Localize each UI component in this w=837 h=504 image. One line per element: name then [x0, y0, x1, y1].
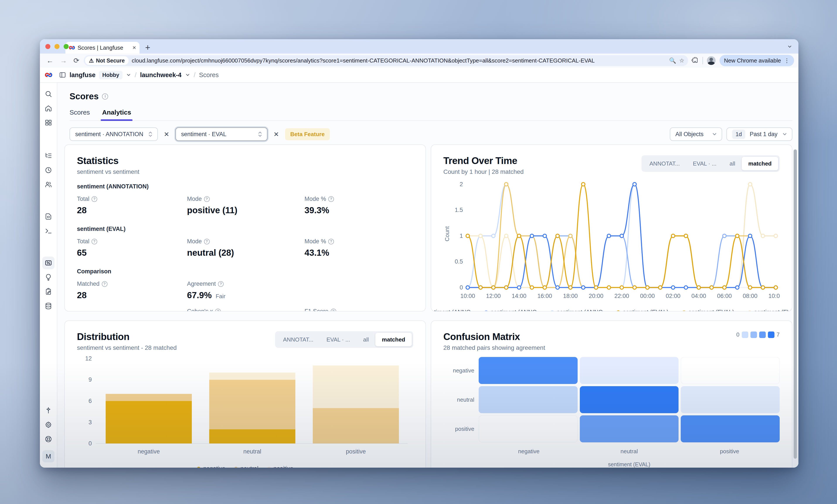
sidebar-item-users[interactable] [42, 178, 54, 191]
chrome-menu-icon[interactable]: ⋮ [784, 57, 790, 64]
confusion-cell-positive-neutral[interactable] [580, 415, 679, 442]
legend-item[interactable]: neutral [234, 465, 259, 468]
legend-item[interactable]: sentiment (ANNO... [550, 309, 608, 312]
legend-item[interactable]: sentiment (EVAL)... [748, 309, 792, 312]
x-tick-label: 22:00 [615, 293, 629, 299]
object-type-select[interactable]: All Objects [670, 127, 722, 141]
zoom-window-button[interactable] [64, 44, 69, 49]
legend-item[interactable]: sentiment (EVAL)... [617, 309, 673, 312]
help-icon[interactable] [204, 239, 210, 244]
score1-remove-button[interactable]: ✕ [163, 130, 171, 138]
plan-badge[interactable]: Hobby [99, 71, 123, 79]
sidebar-item-dashboards[interactable] [42, 116, 54, 129]
help-icon[interactable] [92, 196, 97, 202]
sidebar-item-support[interactable] [42, 433, 54, 445]
sidebar-item-search[interactable] [42, 88, 54, 100]
toggle-all[interactable]: all [357, 333, 375, 346]
score1-select[interactable]: sentiment · ANNOTATION [70, 127, 158, 141]
not-secure-chip[interactable]: ⚠ Not Secure [85, 56, 129, 65]
user-avatar[interactable]: M [42, 450, 54, 462]
sidebar-item-prompts[interactable] [42, 210, 54, 223]
sidebar-item-evaluation[interactable] [42, 271, 54, 284]
tab-title: Scores | Langfuse [77, 44, 130, 51]
address-bar[interactable]: ⚠ Not Secure cloud.langfuse.com/project/… [84, 55, 688, 66]
main-content: Scores Scores Analytics sentiment · ANNO… [57, 83, 798, 468]
legend-item[interactable]: negative [197, 465, 225, 468]
data-point [504, 183, 508, 186]
bookmark-star-icon[interactable]: ☆ [679, 57, 684, 64]
data-point [710, 286, 713, 289]
confusion-cell-negative-negative[interactable] [479, 357, 577, 384]
help-icon[interactable] [92, 239, 97, 244]
sidebar-item-tracing[interactable] [42, 149, 54, 162]
sidebar-item-whats-new[interactable] [42, 404, 54, 417]
tab-analytics[interactable]: Analytics [102, 109, 131, 120]
sidebar-item-home[interactable] [42, 102, 54, 115]
browser-tab[interactable]: Scores | Langfuse × [66, 42, 140, 54]
new-tab-button[interactable]: + [145, 43, 150, 52]
sidebar-toggle-icon[interactable] [59, 71, 66, 78]
forward-icon[interactable]: → [58, 57, 69, 64]
toggle-matched[interactable]: matched [375, 333, 412, 346]
langfuse-logo-icon[interactable] [45, 71, 52, 79]
sidebar-item-sessions[interactable] [42, 164, 54, 176]
help-icon[interactable] [218, 281, 224, 287]
legend-item[interactable]: positive [267, 465, 293, 468]
toggle-matched[interactable]: matched [742, 157, 778, 170]
distribution-subtitle: sentiment vs sentiment - 28 matched [77, 344, 177, 351]
profile-avatar[interactable] [707, 56, 716, 65]
toggle-all[interactable]: all [723, 157, 742, 170]
score2-select[interactable]: sentiment · EVAL [176, 127, 267, 141]
reload-icon[interactable]: ⟳ [71, 57, 82, 64]
url-text[interactable]: cloud.langfuse.com/project/cmhnuoj660007… [132, 57, 666, 64]
confusion-cell-neutral-negative[interactable] [479, 386, 577, 413]
help-icon[interactable] [331, 309, 336, 312]
org-chevron-down-icon[interactable] [126, 72, 131, 77]
help-icon[interactable] [204, 196, 210, 202]
sidebar-item-datasets[interactable] [42, 300, 54, 312]
info-icon[interactable] [102, 93, 108, 99]
new-chrome-button[interactable]: New Chrome available ⋮ [719, 55, 794, 66]
help-icon[interactable] [102, 281, 107, 287]
confusion-cell-neutral-positive[interactable] [681, 386, 780, 413]
back-icon[interactable]: ← [44, 57, 56, 64]
confusion-cell-negative-neutral[interactable] [580, 357, 679, 384]
date-range-select[interactable]: 1d Past 1 day [727, 127, 793, 141]
scrollbar-thumb[interactable] [794, 149, 797, 459]
gear-icon [45, 421, 52, 428]
sidebar-item-annotation[interactable] [42, 285, 54, 298]
stat-label-mode: Mode [187, 195, 304, 202]
confusion-cell-positive-positive[interactable] [681, 415, 780, 442]
help-icon[interactable] [328, 196, 334, 202]
toggle-eval[interactable]: EVAL · ... [687, 157, 723, 170]
app-header: langfuse Hobby / launchweek-4 / Scores [40, 68, 798, 83]
confusion-cell-neutral-neutral[interactable] [580, 386, 679, 413]
sidebar-item-playground[interactable] [42, 225, 54, 237]
help-icon[interactable] [215, 309, 221, 312]
score2-remove-button[interactable]: ✕ [272, 130, 280, 138]
sidebar-item-settings[interactable] [42, 418, 54, 431]
minimize-window-button[interactable] [54, 44, 59, 49]
close-window-button[interactable] [45, 44, 50, 49]
sidebar-item-scores[interactable] [42, 257, 54, 269]
project-chevron-down-icon[interactable] [185, 72, 190, 77]
legend-item[interactable]: sentiment (EVAL)... [682, 309, 739, 312]
toggle-annotation[interactable]: ANNOTAT... [277, 333, 320, 346]
data-point [671, 234, 675, 238]
legend-item[interactable]: sentiment (ANNO... [431, 309, 476, 312]
extensions-icon[interactable] [692, 57, 699, 64]
breadcrumb-project[interactable]: launchweek-4 [140, 71, 181, 79]
toggle-eval[interactable]: EVAL · ... [320, 333, 357, 346]
tab-search-chevron-icon[interactable] [786, 43, 794, 51]
breadcrumb-org[interactable]: langfuse [70, 71, 95, 79]
confusion-cell-positive-negative[interactable] [479, 415, 577, 442]
data-point [723, 234, 726, 238]
toggle-annotation[interactable]: ANNOTAT... [643, 157, 687, 170]
help-icon[interactable] [328, 239, 334, 244]
lightbulb-icon [45, 274, 52, 281]
confusion-cell-negative-positive[interactable] [681, 357, 780, 384]
legend-item[interactable]: sentiment (ANNO... [484, 309, 542, 312]
tab-scores[interactable]: Scores [70, 109, 90, 120]
zoom-page-icon[interactable]: 🔍 [669, 57, 676, 64]
tab-close-icon[interactable]: × [132, 45, 136, 51]
